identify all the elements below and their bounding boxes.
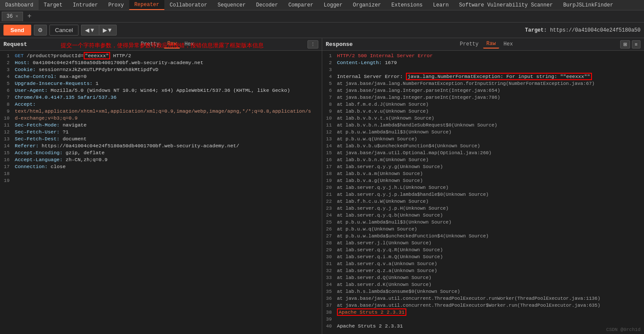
send-button[interactable]: Send xyxy=(3,25,31,36)
request-line: 19 xyxy=(0,177,322,184)
line-content: at java.base/java.util.concurrent.Thread… xyxy=(335,295,644,302)
nav-dashboard[interactable]: Dashboard xyxy=(0,0,39,10)
stacktrace-line: at p.b.u.w.q(Unknown Source) xyxy=(337,136,417,142)
line-number: 25 xyxy=(322,219,335,226)
line-number: 12 xyxy=(322,129,335,136)
request-header: Request Pretty Raw Hex ⋮ xyxy=(0,38,322,51)
nav-comparer[interactable]: Comparer xyxy=(283,0,319,10)
nav-logger[interactable]: Logger xyxy=(319,0,348,10)
stacktrace-line: at p.b.u.w.lambda$null$3(Unknown Source) xyxy=(337,220,451,225)
request-code-area[interactable]: 1GET /product?productId="eeexxx" HTTP/22… xyxy=(0,51,322,334)
line-number: 8 xyxy=(322,101,335,108)
target-label: Target: https://0a41004c04e24f5180a50 xyxy=(525,27,641,33)
header-name: Referer: xyxy=(15,143,39,149)
request-tab-pretty[interactable]: Pretty xyxy=(137,40,163,48)
nav-repeater[interactable]: Repeater xyxy=(129,0,165,10)
line-number: 7 xyxy=(0,94,13,101)
line-content xyxy=(335,66,644,73)
response-line: 40Apache Struts 2 2.3.31 xyxy=(322,323,644,330)
response-line: 5at java.base/java.lang.NumberFormatExce… xyxy=(322,80,644,87)
response-line: 34at lab.server.d.K(Unknown Source) xyxy=(322,281,644,288)
gear-button[interactable]: ⚙ xyxy=(34,25,47,36)
stacktrace-line: at lab.server.q.y.j.p.lambda$handle$0(Un… xyxy=(337,192,489,197)
stacktrace-line: at lab.b.v.a.m(Unknown Source) xyxy=(337,171,423,176)
line-number: 4 xyxy=(322,73,335,80)
header-name: Sec-Fetch-User: xyxy=(15,129,60,135)
line-number: 7 xyxy=(322,94,335,101)
prev-button[interactable]: ◀▼ xyxy=(81,25,98,36)
toolbar: Send ⚙ Cancel ◀▼ ▶▼ Target: https://0a41… xyxy=(0,23,644,38)
line-content: Accept-Encoding: gzip, deflate xyxy=(13,149,322,156)
line-content: at lab.b.v.a.g(Unknown Source) xyxy=(335,177,644,184)
response-line: 26at p.b.u.w.q(Unknown Source) xyxy=(322,226,644,233)
header-value: ?1 xyxy=(60,129,69,135)
response-line: 13at p.b.u.w.q(Unknown Source) xyxy=(322,136,644,143)
nav-organizer[interactable]: Organizer xyxy=(348,0,386,10)
line-number: 39 xyxy=(322,316,335,323)
response-line: 35at lab.h.s.lambda$consume$0(Unknown So… xyxy=(322,288,644,295)
line-number: 21 xyxy=(322,191,335,198)
request-line: 17Connection: close xyxy=(0,163,322,170)
line-number: 15 xyxy=(0,149,13,156)
line-content: Cookie: session=nzxJkZvKUTLPPdybrrNKxh8k… xyxy=(13,66,322,73)
nav-sequencer[interactable]: Sequencer xyxy=(212,0,251,10)
response-panel-icons: ⊞ ≡ xyxy=(620,40,641,49)
nav-collaborator[interactable]: Collaborator xyxy=(164,0,212,10)
line-content: Connection: close xyxy=(13,163,322,170)
line-number: 18 xyxy=(322,170,335,177)
line-content: Accept: xyxy=(13,101,322,108)
line-content xyxy=(13,177,322,184)
request-tab-raw[interactable]: Raw xyxy=(164,40,180,49)
nav-svs[interactable]: Software Vulnerability Scanner xyxy=(454,0,558,10)
response-tab-pretty[interactable]: Pretty xyxy=(456,40,482,48)
line-content: at lab.server.q.y.q.b(Unknown Source) xyxy=(335,212,644,219)
line-content: GET /product?productId="eeexxx" HTTP/2 xyxy=(13,52,322,59)
response-line: 23at lab.server.q.y.j.p.H(Unknown Source… xyxy=(322,205,644,212)
header-name: Content-Length: xyxy=(337,60,382,65)
response-code-area[interactable]: 1HTTP/2 500 Internal Server Error2Conten… xyxy=(322,51,644,334)
nav-burpjslinkfinder[interactable]: BurpJSLinkFinder xyxy=(558,0,618,10)
cancel-button[interactable]: Cancel xyxy=(49,25,79,36)
line-number: 6 xyxy=(0,87,13,94)
tab-36[interactable]: 36 × xyxy=(2,12,23,21)
stacktrace-line: at p.b.u.w.lambda$uncheckedFunction$4(Un… xyxy=(337,233,489,239)
line-content: at lab.b.v.b.n.lambda$handleSubRequest$0… xyxy=(335,122,644,129)
request-line: 18 xyxy=(0,170,322,177)
header-name: Cache-Control: xyxy=(15,74,57,79)
response-title: Response xyxy=(326,41,353,48)
nav-learn[interactable]: Learn xyxy=(428,0,454,10)
top-nav: Dashboard Target Intruder Proxy Repeater… xyxy=(0,0,644,10)
request-panel-icons: ⋮ xyxy=(307,40,318,49)
response-icon-1[interactable]: ⊞ xyxy=(620,40,630,49)
response-line: 15at java.base/java.util.Optional.map(Op… xyxy=(322,149,644,156)
stacktrace-line: at lab.server.q.z.a(Unknown Source) xyxy=(337,268,437,273)
tab-close[interactable]: × xyxy=(15,14,18,19)
request-tab-hex[interactable]: Hex xyxy=(181,40,197,48)
nav-decoder[interactable]: Decoder xyxy=(251,0,283,10)
response-tab-raw[interactable]: Raw xyxy=(483,40,500,49)
next-button[interactable]: ▶▼ xyxy=(99,25,117,36)
request-line: 16Accept-Language: zh-CN,zh;q=0.9 xyxy=(0,156,322,163)
line-content: at lab.server.q.y.j.p.H(Unknown Source) xyxy=(335,205,644,212)
apache-struts-highlight: Apache Struts 2 2.3.31 xyxy=(337,308,406,316)
line-number: 28 xyxy=(322,240,335,246)
nav-extensions[interactable]: Extensions xyxy=(386,0,428,10)
line-number: 19 xyxy=(0,177,13,184)
stacktrace-line: at lab.server.q.y.q.b(Unknown Source) xyxy=(337,213,443,218)
line-content: Content-Length: 1679 xyxy=(335,59,644,66)
nav-target[interactable]: Target xyxy=(39,0,68,10)
line-number: 3 xyxy=(322,66,335,73)
nav-proxy[interactable]: Proxy xyxy=(103,0,129,10)
line-content: at p.b.u.w.q(Unknown Source) xyxy=(335,226,644,233)
tab-add-button[interactable]: + xyxy=(24,12,35,21)
nav-intruder[interactable]: Intruder xyxy=(68,0,103,10)
line-content: HTTP/2 500 Internal Server Error xyxy=(335,52,644,59)
response-tab-hex[interactable]: Hex xyxy=(500,40,517,48)
response-icon-2[interactable]: ≡ xyxy=(632,40,641,49)
header-name: Connection: xyxy=(15,164,48,169)
stacktrace-line: at lab.server.q.i.m.Q(Unknown Source) xyxy=(337,254,443,259)
response-panel: Response Pretty Raw Hex ⊞ ≡ 1HTTP/2 500 … xyxy=(322,38,644,334)
line-content: Upgrade-Insecure-Requests: 1 xyxy=(13,80,322,87)
request-icon-1[interactable]: ⋮ xyxy=(307,40,318,49)
watermark: CSDN @0rch1d xyxy=(606,327,641,332)
